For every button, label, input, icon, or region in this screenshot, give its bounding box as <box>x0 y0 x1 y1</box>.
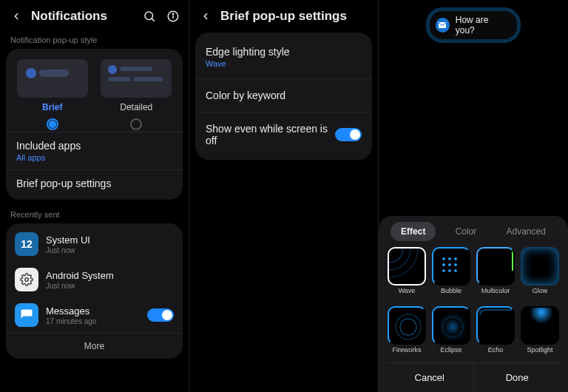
notification-text: How are you? <box>456 15 507 36</box>
effect-sheet: Effect Color Advanced Wave Bubble Multic… <box>379 216 568 392</box>
search-icon[interactable] <box>143 10 156 23</box>
toggle-messages[interactable] <box>147 308 174 322</box>
row-show-screen-off[interactable]: Show even while screen is off <box>195 112 372 157</box>
effect-label: Glow <box>532 287 548 294</box>
app-icon-messages <box>15 303 38 327</box>
svg-point-5 <box>25 278 29 282</box>
done-button[interactable]: Done <box>474 363 561 392</box>
toggle-show-off[interactable] <box>335 128 362 141</box>
effect-thumb <box>388 247 426 285</box>
style-label-brief: Brief <box>42 102 62 112</box>
recent-app-name: Android System <box>46 270 174 281</box>
recent-app-time: 17 minutes ago <box>46 317 140 325</box>
recent-app-name: System UI <box>46 234 174 246</box>
recent-app-time: Just now <box>46 282 174 290</box>
edge-lighting-sub: Wave <box>206 59 290 68</box>
tab-advanced[interactable]: Advanced <box>496 222 556 241</box>
style-option-brief[interactable]: Brief <box>12 59 93 130</box>
brief-settings-label: Brief pop-up settings <box>16 178 172 189</box>
settings-card: Edge lighting style Wave Color by keywor… <box>195 33 372 160</box>
included-apps-title: Included apps <box>16 140 172 152</box>
effect-label: Wave <box>399 287 416 294</box>
effect-thumb <box>432 306 470 345</box>
notification-preview: How are you? <box>426 7 521 43</box>
section-label-style: Notification pop-up style <box>0 33 189 49</box>
radio-detailed[interactable] <box>130 118 142 130</box>
recent-row[interactable]: Android System Just now <box>6 262 183 297</box>
effect-thumb <box>521 306 559 345</box>
cancel-button[interactable]: Cancel <box>386 363 474 392</box>
more-button[interactable]: More <box>6 333 183 356</box>
effect-label: Eclipse <box>440 346 462 354</box>
edge-lighting-title: Edge lighting style <box>206 46 290 58</box>
style-option-detailed[interactable]: Detailed <box>95 59 177 130</box>
header-actions <box>143 10 180 23</box>
tab-color[interactable]: Color <box>445 222 487 241</box>
header: Notifications <box>0 0 189 33</box>
recent-app-name: Messages <box>46 305 140 317</box>
effect-thumb <box>388 306 426 345</box>
tabs: Effect Color Advanced <box>386 222 561 241</box>
row-edge-lighting[interactable]: Edge lighting style Wave <box>195 36 372 79</box>
tab-effect[interactable]: Effect <box>390 222 436 241</box>
back-icon[interactable] <box>198 9 213 24</box>
included-apps-sub: All apps <box>16 153 172 162</box>
effect-label: Fireworks <box>392 346 421 354</box>
color-keyword-title: Color by keyword <box>206 89 285 101</box>
effect-thumb <box>476 247 515 285</box>
effect-bubble[interactable]: Bubble <box>430 247 472 303</box>
section-label-recent: Recently sent <box>0 207 189 223</box>
recent-app-time: Just now <box>46 246 174 254</box>
app-icon-androidsystem <box>15 268 38 291</box>
edge-preview-pane: How are you? Effect Color Advanced Wave … <box>379 0 568 392</box>
header: Brief pop-up settings <box>189 0 378 33</box>
show-off-title: Show even while screen is off <box>206 123 335 146</box>
row-included-apps[interactable]: Included apps All apps <box>6 132 183 169</box>
effect-echo[interactable]: Echo <box>475 306 516 362</box>
svg-point-0 <box>145 12 153 20</box>
effect-label: Echo <box>488 346 504 354</box>
effect-thumb <box>521 247 559 285</box>
effects-grid: Wave Bubble Multicolor Glow Fireworks Ec… <box>386 247 561 362</box>
style-label-detailed: Detailed <box>120 102 152 112</box>
mail-icon <box>436 18 450 33</box>
recent-card: 12 System UI Just now Android System Jus… <box>6 223 183 359</box>
effect-label: Spotlight <box>527 346 552 354</box>
style-card: Brief Detailed Included apps All apps Br… <box>6 49 183 200</box>
effect-multicolor[interactable]: Multicolor <box>475 247 516 303</box>
row-color-keyword[interactable]: Color by keyword <box>195 79 372 112</box>
svg-point-4 <box>172 13 174 15</box>
radio-brief[interactable] <box>47 118 58 130</box>
effect-label: Bubble <box>441 287 462 294</box>
info-icon[interactable] <box>166 10 180 23</box>
app-icon-systemui: 12 <box>15 232 38 256</box>
thumb-detailed <box>101 59 172 98</box>
effect-wave[interactable]: Wave <box>386 247 427 303</box>
back-icon[interactable] <box>9 9 24 24</box>
svg-line-1 <box>152 18 154 21</box>
effect-thumb <box>476 306 515 345</box>
sheet-actions: Cancel Done <box>386 362 561 392</box>
effect-fireworks[interactable]: Fireworks <box>386 306 427 362</box>
effect-spotlight[interactable]: Spotlight <box>519 306 561 362</box>
effect-eclipse[interactable]: Eclipse <box>430 306 472 362</box>
thumb-brief <box>17 59 88 98</box>
effect-thumb <box>432 247 470 285</box>
effect-glow[interactable]: Glow <box>519 247 561 303</box>
recent-row[interactable]: 12 System UI Just now <box>6 226 183 262</box>
notifications-pane: Notifications Notification pop-up style … <box>0 0 189 392</box>
brief-settings-pane: Brief pop-up settings Edge lighting styl… <box>189 0 379 392</box>
effect-label: Multicolor <box>481 287 510 294</box>
page-title: Brief pop-up settings <box>220 9 369 24</box>
page-title: Notifications <box>31 9 143 24</box>
row-brief-popup-settings[interactable]: Brief pop-up settings <box>6 169 183 197</box>
recent-row[interactable]: Messages 17 minutes ago <box>6 297 183 333</box>
